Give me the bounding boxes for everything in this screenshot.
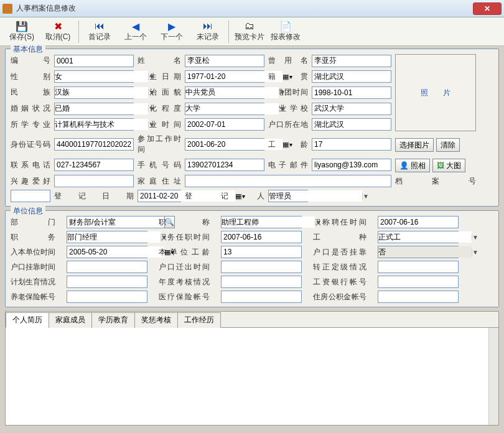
housing-input[interactable]	[378, 291, 459, 303]
chevron-down-icon[interactable]: ▼	[148, 89, 155, 96]
worktype-select[interactable]: ▼	[378, 231, 459, 243]
title-select[interactable]: ▼	[221, 216, 302, 228]
titledate-input[interactable]	[378, 216, 459, 228]
idno-input[interactable]	[54, 138, 134, 151]
gradtime-input[interactable]	[185, 118, 264, 131]
joindate-input[interactable]: ▦▾	[67, 246, 147, 258]
tab-education[interactable]: 学历教育	[91, 312, 135, 328]
label-phone: 联系电话	[11, 160, 50, 170]
chevron-down-icon[interactable]: ▼	[279, 89, 286, 96]
toolbar: 💾保存(S) ✖取消(C) ⏮首记录 ◀上一个 ▶下一个 ⏭末记录 🗂预览卡片 …	[0, 17, 504, 46]
seniority-input[interactable]	[312, 138, 391, 151]
regby-select[interactable]: ▼	[268, 190, 308, 202]
label-ethnic: 民 族	[11, 87, 50, 98]
bank-input[interactable]	[378, 276, 459, 288]
movedate-input[interactable]	[221, 261, 302, 273]
chevron-down-icon[interactable]: ▼	[472, 234, 478, 241]
worktime-input[interactable]: ▦▾	[185, 138, 264, 151]
yearcheck-input[interactable]	[221, 276, 302, 288]
native-input[interactable]	[312, 70, 391, 83]
label-seniority: 工 龄	[268, 139, 308, 150]
label-dept: 部 门	[11, 217, 55, 228]
label-major: 所学专业	[11, 119, 50, 130]
id-input[interactable]	[54, 55, 134, 67]
clear-image-button[interactable]: 清除	[436, 138, 460, 152]
take-photo-button[interactable]: 👤照相	[395, 159, 430, 172]
ethnic-select[interactable]: ▼	[54, 86, 134, 99]
medical-input[interactable]	[221, 291, 302, 303]
report-edit-button[interactable]: 📄报表修改	[268, 18, 304, 45]
email-input[interactable]	[312, 159, 391, 171]
label-localsen: 本单位工龄	[159, 247, 210, 258]
label-movedate: 户口迁出时间	[159, 262, 210, 272]
dutydate-input[interactable]	[221, 231, 302, 243]
label-joindate: 入本单位时间	[11, 247, 55, 258]
label-worktime: 参加工作时间	[138, 134, 181, 155]
attachdate-input[interactable]	[67, 261, 147, 273]
hobby-input[interactable]	[54, 175, 134, 187]
select-image-button[interactable]: 选择图片	[395, 138, 434, 152]
politic-select[interactable]: ▼	[185, 86, 264, 99]
tab-family[interactable]: 家庭成员	[49, 312, 92, 328]
address-input[interactable]	[185, 175, 391, 187]
scrollbar[interactable]	[488, 328, 498, 425]
tab-resume[interactable]: 个人简历	[6, 312, 49, 328]
tab-content[interactable]	[6, 328, 498, 425]
unit-info-title: 单位信息	[11, 206, 45, 216]
former-name-input[interactable]	[312, 55, 391, 67]
chevron-down-icon[interactable]: ▼	[279, 105, 286, 112]
close-button[interactable]: ✕	[473, 2, 502, 15]
first-record-button[interactable]: ⏮首记录	[82, 18, 118, 45]
big-image-button[interactable]: 🖼大图	[432, 159, 465, 172]
chevron-down-icon[interactable]: ▼	[161, 234, 167, 241]
photo-box[interactable]: 照片	[395, 54, 476, 131]
label-medical: 医疗保险帐号	[159, 292, 210, 302]
cancel-button[interactable]: ✖取消(C)	[40, 18, 76, 45]
label-fileno: 档 案 号	[395, 176, 476, 187]
tab-reward[interactable]: 奖惩考核	[134, 312, 178, 328]
hukou-input[interactable]	[312, 118, 391, 131]
chevron-down-icon[interactable]: ▼	[148, 121, 155, 128]
pension-input[interactable]	[67, 291, 147, 303]
party-date-input[interactable]	[312, 86, 391, 99]
label-marital: 婚姻状况	[11, 103, 50, 114]
report-icon: 📄	[280, 21, 291, 32]
preview-card-button[interactable]: 🗂预览卡片	[231, 18, 268, 45]
fileno-input[interactable]	[11, 190, 50, 202]
chevron-down-icon[interactable]: ▼	[148, 73, 155, 80]
chevron-down-icon[interactable]: ▼	[315, 219, 322, 226]
duty-select[interactable]: ▼	[67, 231, 147, 243]
localsen-input[interactable]	[221, 246, 302, 258]
name-input[interactable]	[185, 55, 264, 67]
save-button[interactable]: 💾保存(S)	[4, 18, 40, 45]
attach-select[interactable]: ▼	[378, 246, 459, 258]
education-select[interactable]: ▼	[185, 103, 264, 115]
tab-work-history[interactable]: 工作经历	[177, 312, 221, 328]
gradschool-input[interactable]	[312, 103, 391, 115]
chevron-down-icon[interactable]: ▼	[148, 105, 155, 112]
next-icon: ▶	[166, 21, 177, 32]
app-icon	[2, 4, 12, 14]
label-native: 籍 贯	[268, 72, 308, 82]
phone-input[interactable]	[54, 159, 134, 171]
marital-select[interactable]: ▼	[54, 103, 134, 115]
label-regdate: 登记日期	[54, 191, 134, 202]
prev-record-button[interactable]: ◀上一个	[118, 18, 154, 45]
unit-info-group: 单位信息 部 门 🔍 职 称 ▼ 职称聘任时间 职 务 ▼ 职务任职时间 工 种…	[5, 210, 499, 307]
chevron-down-icon[interactable]: ▼	[362, 193, 369, 200]
mobile-input[interactable]	[185, 159, 264, 171]
label-regby: 登 记 人	[185, 191, 264, 202]
regdate-input[interactable]: ▦▾	[138, 190, 181, 202]
chevron-down-icon[interactable]: ▼	[472, 249, 478, 256]
next-record-button[interactable]: ▶下一个	[154, 18, 190, 45]
last-record-button[interactable]: ⏭末记录	[190, 18, 226, 45]
grade-input[interactable]	[378, 261, 459, 273]
major-select[interactable]: ▼	[54, 118, 134, 131]
label-duty: 职 务	[11, 232, 55, 243]
dept-input[interactable]	[67, 216, 165, 228]
label-pension: 养老保险帐号	[11, 292, 55, 302]
birth-date-input[interactable]: ▦▾	[185, 70, 264, 83]
birthplan-input[interactable]	[67, 276, 147, 288]
basic-info-group: 基本信息 编 号 姓 名 曾 用 名 照片 性 别 ▼ 出生日期 ▦▾ 籍 贯 …	[5, 49, 499, 207]
gender-select[interactable]: ▼	[54, 70, 134, 83]
